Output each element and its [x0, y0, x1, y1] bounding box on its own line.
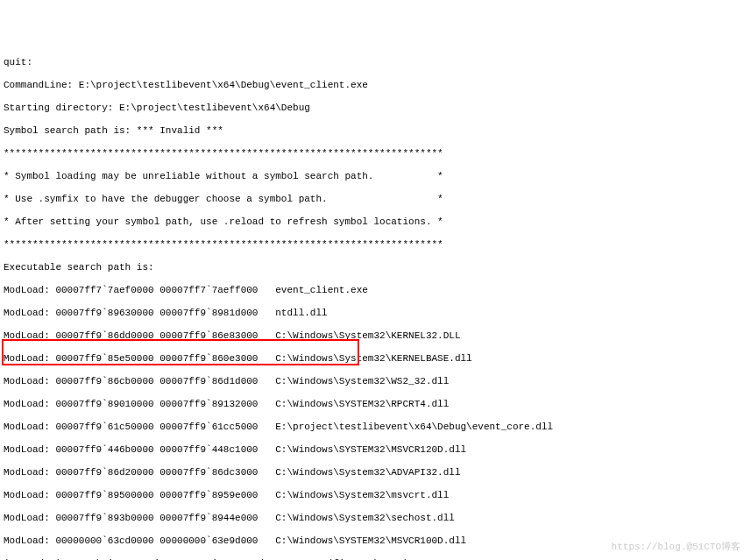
modload-row: ModLoad: 00007ff9`89500000 00007ff9`8959…	[4, 490, 747, 501]
modload-row: ModLoad: 00007ff7`7aef0000 00007ff7`7aef…	[4, 285, 747, 296]
stars-bottom: ****************************************…	[4, 239, 747, 251]
note-line-1: * Symbol loading may be unreliable witho…	[4, 171, 747, 182]
debugger-terminal[interactable]: quit: CommandLine: E:\project\testlibeve…	[0, 46, 751, 560]
modload-row: ModLoad: 00007ff9`61c50000 00007ff9`61cc…	[4, 422, 747, 433]
stars-top: ****************************************…	[4, 148, 747, 159]
commandline: CommandLine: E:\project\testlibevent\x64…	[4, 80, 747, 91]
modload-row: ModLoad: 00007ff9`893b0000 00007ff9`8944…	[4, 513, 747, 524]
modload-row: ModLoad: 00007ff9`89010000 00007ff9`8913…	[4, 399, 747, 410]
modload-row: ModLoad: 00007ff9`86dd0000 00007ff9`86e8…	[4, 330, 747, 342]
modload-row: ModLoad: 00007ff9`89630000 00007ff9`8981…	[4, 308, 747, 319]
note-line-3: * After setting your symbol path, use .r…	[4, 216, 747, 228]
starting-directory: Starting directory: E:\project\testlibev…	[4, 103, 747, 114]
modload-row: ModLoad: 00007ff9`86cb0000 00007ff9`86d1…	[4, 376, 747, 387]
modload-row: ModLoad: 00007ff9`86d20000 00007ff9`86dc…	[4, 467, 747, 478]
exec-search-path: Executable search path is:	[4, 262, 747, 273]
modload-row: ModLoad: 00007ff9`85e50000 00007ff9`860e…	[4, 353, 747, 365]
modload-row: ModLoad: 00007ff9`446b0000 00007ff9`448c…	[4, 444, 747, 456]
note-line-2: * Use .symfix to have the debugger choos…	[4, 194, 747, 205]
watermark: https://blog.@51CTO博客	[612, 542, 740, 553]
symbol-search-path: Symbol search path is: *** Invalid ***	[4, 125, 747, 137]
quit-line: quit:	[4, 57, 747, 68]
